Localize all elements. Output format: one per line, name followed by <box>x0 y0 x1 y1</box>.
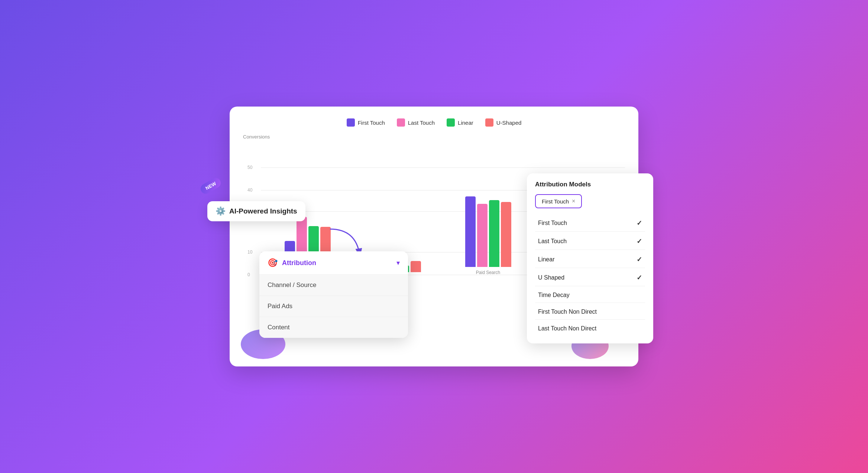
legend-last-touch: Last Touch <box>397 118 435 127</box>
legend-dot-first-touch <box>347 118 355 127</box>
y-tick-50: 50 <box>247 165 252 170</box>
model-label-time-decay: Time Decay <box>538 292 570 299</box>
model-item-linear[interactable]: Linear ✓ <box>535 251 645 268</box>
bar-paid-linear <box>489 200 499 267</box>
legend-dot-linear <box>447 118 455 127</box>
bar-paid-ushaped <box>501 202 511 267</box>
model-label-first-touch-non-direct: First Touch Non Direct <box>538 309 597 315</box>
models-panel-title: Attribution Models <box>535 181 645 188</box>
ai-icon: ⚙️ <box>216 206 226 216</box>
model-item-first-touch[interactable]: First Touch ✓ <box>535 215 645 232</box>
legend-label-ushaped: U-Shaped <box>496 120 522 126</box>
legend-dot-last-touch <box>397 118 405 127</box>
bar-group-paid-search-label: Paid Search <box>476 270 500 275</box>
model-label-first-touch: First Touch <box>538 220 567 226</box>
model-check-linear: ✓ <box>637 255 642 264</box>
attribution-item-channel-source[interactable]: Channel / Source <box>259 275 408 296</box>
new-badge: NEW <box>199 176 223 196</box>
y-tick-10: 10 <box>247 249 252 255</box>
model-check-first-touch: ✓ <box>637 219 642 227</box>
model-item-time-decay[interactable]: Time Decay <box>535 288 645 303</box>
legend-label-linear: Linear <box>458 120 473 126</box>
bar-paid-first-touch <box>465 196 476 267</box>
attribution-dropdown-title: Attribution <box>282 259 316 267</box>
attribution-dropdown[interactable]: 🎯 Attribution ▾ Channel / Source Paid Ad… <box>259 251 408 338</box>
ai-powered-insights-tooltip[interactable]: ⚙️ AI-Powered Insights <box>207 201 305 221</box>
bar-paid-last-touch <box>477 204 488 267</box>
legend-ushaped: U-Shaped <box>485 118 522 127</box>
model-item-first-touch-non-direct[interactable]: First Touch Non Direct <box>535 304 645 320</box>
legend-linear: Linear <box>447 118 473 127</box>
chart-legend: First Touch Last Touch Linear U-Shaped <box>243 118 625 127</box>
selected-model-tag[interactable]: First Touch × <box>535 194 582 208</box>
model-check-ushaped: ✓ <box>637 274 642 282</box>
bar-empty-ushaped <box>411 261 421 272</box>
legend-label-first-touch: First Touch <box>358 120 385 126</box>
legend-dot-ushaped <box>485 118 493 127</box>
attribution-icon: 🎯 <box>268 258 278 268</box>
attribution-item-content[interactable]: Content <box>259 317 408 338</box>
y-tick-0: 0 <box>247 272 250 277</box>
legend-first-touch: First Touch <box>347 118 385 127</box>
model-item-last-touch[interactable]: Last Touch ✓ <box>535 233 645 250</box>
model-label-ushaped: U Shaped <box>538 274 564 281</box>
model-list: First Touch ✓ Last Touch ✓ Linear ✓ U Sh… <box>535 215 645 336</box>
bar-group-paid-search-bars <box>465 196 511 267</box>
model-check-last-touch: ✓ <box>637 237 642 245</box>
model-label-last-touch-non-direct: Last Touch Non Direct <box>538 325 596 332</box>
model-label-last-touch: Last Touch <box>538 238 567 245</box>
legend-label-last-touch: Last Touch <box>408 120 435 126</box>
chevron-down-icon[interactable]: ▾ <box>396 259 400 267</box>
attribution-header-left: 🎯 Attribution <box>268 258 316 268</box>
y-tick-40: 40 <box>247 187 252 193</box>
model-item-ushaped[interactable]: U Shaped ✓ <box>535 270 645 286</box>
attribution-models-panel: Attribution Models First Touch × First T… <box>527 173 653 343</box>
model-label-linear: Linear <box>538 256 554 263</box>
selected-tag-close-button[interactable]: × <box>572 198 575 205</box>
ai-tooltip-label: AI-Powered Insights <box>229 207 297 215</box>
bar-group-paid-search: Paid Search <box>449 196 527 275</box>
selected-model-label: First Touch <box>542 198 569 205</box>
model-item-last-touch-non-direct[interactable]: Last Touch Non Direct <box>535 321 645 336</box>
main-card: First Touch Last Touch Linear U-Shaped C… <box>230 107 638 366</box>
attribution-item-paid-ads[interactable]: Paid Ads <box>259 296 408 317</box>
attribution-dropdown-header[interactable]: 🎯 Attribution ▾ <box>259 251 408 275</box>
